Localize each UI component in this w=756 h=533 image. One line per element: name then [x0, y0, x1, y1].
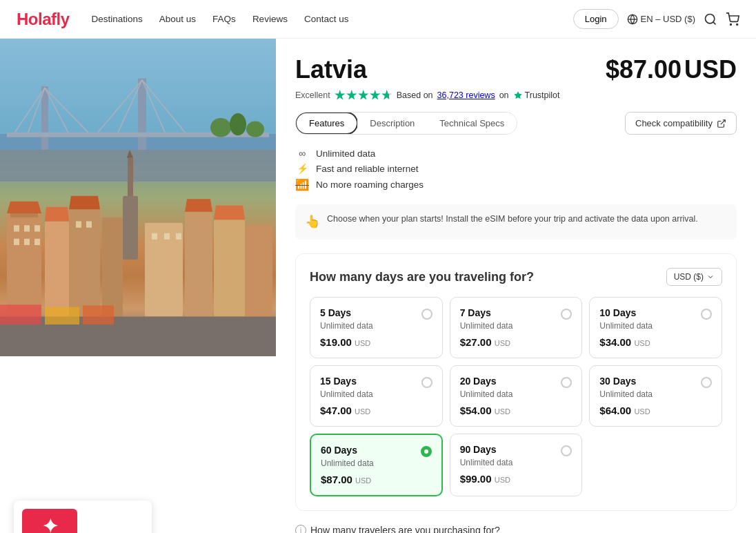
- plan-card-15days[interactable]: 15 Days Unlimited data $47.00 USD: [310, 365, 443, 427]
- svg-rect-28: [45, 222, 69, 317]
- plan-10-radio: [701, 309, 712, 320]
- trustpilot-label: Trustpilot: [525, 90, 560, 100]
- esim-logo: ✦: [22, 509, 77, 533]
- star-rating: [335, 90, 392, 101]
- star-4: [370, 90, 381, 101]
- svg-marker-39: [214, 206, 245, 220]
- nav-faqs[interactable]: FAQs: [212, 14, 236, 24]
- plan-60-days-label: 60 Days: [321, 445, 357, 456]
- plan-selection-section: How many days are you traveling for? USD…: [295, 253, 737, 511]
- svg-rect-45: [34, 239, 40, 245]
- plan-15-data: Unlimited data: [320, 389, 432, 399]
- svg-line-13: [45, 88, 90, 134]
- svg-rect-23: [128, 158, 133, 198]
- tab-description[interactable]: Description: [357, 113, 427, 134]
- svg-marker-36: [45, 207, 69, 222]
- external-link-icon: [717, 119, 726, 128]
- plan-card-7days[interactable]: 7 Days Unlimited data $27.00 USD: [450, 297, 583, 358]
- trustpilot-star-icon: [513, 90, 523, 100]
- no-roaming-icon: 📶: [295, 178, 309, 191]
- tab-technical-specs[interactable]: Technical Specs: [427, 113, 517, 134]
- product-title: Latvia: [295, 55, 367, 84]
- plan-20-data: Unlimited data: [460, 389, 573, 399]
- svg-line-3: [713, 21, 716, 24]
- install-note-text: Choose when your plan starts! Install th…: [327, 213, 698, 226]
- plan-15-price: $47.00 USD: [320, 405, 432, 416]
- nav-reviews[interactable]: Reviews: [252, 14, 288, 24]
- star-5: [381, 90, 392, 101]
- svg-rect-48: [152, 233, 157, 240]
- plan-60-price: $87.00 USD: [321, 474, 432, 485]
- svg-line-10: [14, 88, 45, 134]
- product-header: Latvia $87.00 USD: [295, 55, 737, 84]
- star-1: [335, 90, 346, 101]
- lang-label: EN – USD ($): [641, 14, 695, 24]
- plan-card-5days[interactable]: 5 Days Unlimited data $19.00 USD: [310, 297, 443, 358]
- svg-line-17: [142, 80, 186, 134]
- review-on: on: [499, 90, 509, 100]
- svg-rect-44: [24, 239, 30, 245]
- plan-5-price: $19.00 USD: [320, 336, 432, 348]
- svg-rect-50: [176, 233, 181, 240]
- plan-10-price: $34.00 USD: [599, 336, 712, 348]
- nav-about[interactable]: About us: [159, 14, 196, 24]
- plan-20-days-label: 20 Days: [460, 376, 497, 387]
- plans-grid: 5 Days Unlimited data $19.00 USD 7 Days: [310, 297, 722, 496]
- svg-rect-42: [34, 225, 40, 231]
- nav-destinations[interactable]: Destinations: [92, 14, 143, 24]
- plan-20-price: $54.00 USD: [460, 405, 573, 416]
- star-2: [346, 90, 357, 101]
- currency-selector-label: USD ($): [674, 272, 704, 282]
- navbar: Holafly Destinations About us FAQs Revie…: [0, 0, 756, 39]
- login-button[interactable]: Login: [573, 9, 619, 29]
- svg-rect-18: [7, 133, 269, 137]
- svg-line-12: [45, 88, 69, 134]
- plan-30-data: Unlimited data: [599, 389, 712, 399]
- travelers-section: i How many travelers are you purchasing …: [295, 525, 737, 533]
- plan-20-radio: [561, 377, 572, 388]
- travelers-info-icon[interactable]: i: [295, 525, 306, 533]
- plan-card-90days[interactable]: 90 Days Unlimited data $99.00 USD: [450, 434, 583, 496]
- install-note: 👆 Choose when your plan starts! Install …: [295, 204, 737, 240]
- plan-card-10days[interactable]: 10 Days Unlimited data $34.00 USD: [589, 297, 722, 358]
- plan-card-20days[interactable]: 20 Days Unlimited data $54.00 USD: [450, 365, 583, 427]
- trustpilot-badge[interactable]: Trustpilot: [513, 90, 560, 100]
- svg-line-69: [721, 119, 725, 124]
- page-content: ✦: [0, 39, 756, 533]
- currency-selector[interactable]: USD ($): [666, 268, 722, 286]
- globe-icon: [627, 14, 638, 25]
- check-compat-label: Check compatibility: [635, 118, 713, 128]
- feature-item-roaming: 📶 No more roaming charges: [295, 176, 737, 193]
- fast-icon: ⚡: [295, 163, 309, 174]
- city-illustration: [0, 150, 276, 356]
- feature-fast-text: Fast and reliable internet: [316, 164, 419, 174]
- price-display: $87.00 USD: [606, 55, 737, 84]
- check-compatibility-button[interactable]: Check compatibility: [625, 112, 737, 135]
- svg-rect-46: [76, 222, 81, 228]
- brand-logo[interactable]: Holafly: [17, 10, 70, 29]
- plan-90-days-label: 90 Days: [460, 444, 497, 455]
- esim-card: ✦: [14, 501, 152, 533]
- review-count-link[interactable]: 36,723 reviews: [437, 90, 495, 100]
- nav-links: Destinations About us FAQs Reviews Conta…: [92, 14, 573, 24]
- tab-features[interactable]: Features: [295, 112, 358, 135]
- svg-rect-49: [164, 233, 170, 240]
- cart-icon[interactable]: [726, 12, 739, 26]
- plan-7-data: Unlimited data: [460, 321, 573, 331]
- language-selector[interactable]: EN – USD ($): [627, 14, 695, 25]
- svg-line-14: [97, 80, 142, 134]
- plan-5-days-label: 5 Days: [320, 307, 351, 318]
- svg-rect-25: [123, 196, 138, 260]
- plan-30-price: $64.00 USD: [599, 405, 712, 416]
- plan-card-60days[interactable]: 60 Days Unlimited data $87.00 USD: [310, 434, 443, 496]
- rating-label: Excellent: [295, 90, 330, 100]
- plan-card-30days[interactable]: 30 Days Unlimited data $64.00 USD: [589, 365, 722, 427]
- features-list: ∞ Unlimited data ⚡ Fast and reliable int…: [295, 146, 737, 193]
- feature-item-unlimited: ∞ Unlimited data: [295, 146, 737, 161]
- svg-point-2: [706, 14, 715, 23]
- search-icon[interactable]: [704, 12, 717, 26]
- svg-rect-32: [185, 212, 212, 317]
- plan-90-data: Unlimited data: [460, 458, 573, 467]
- svg-marker-38: [185, 199, 212, 211]
- nav-contact[interactable]: Contact us: [304, 14, 349, 24]
